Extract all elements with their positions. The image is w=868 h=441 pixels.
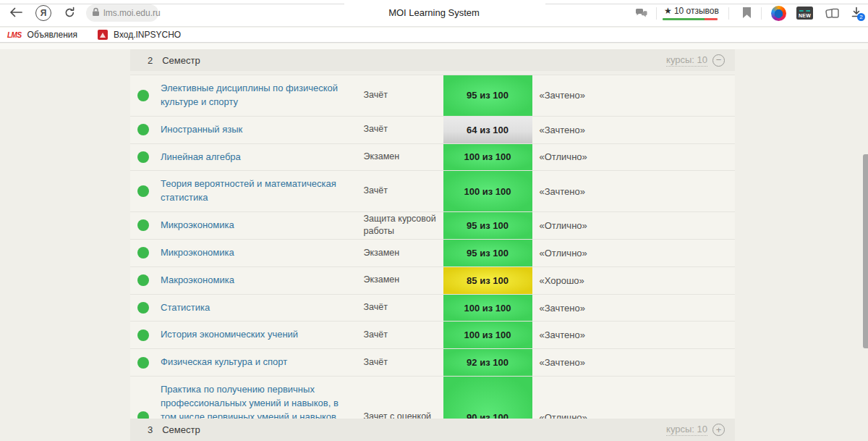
course-link[interactable]: Статистика	[161, 301, 210, 315]
score-text: 100 из 100	[464, 186, 511, 197]
rating-bar	[663, 18, 718, 20]
chat-feedback-icon[interactable]	[635, 8, 648, 22]
page-top-strip	[0, 43, 868, 49]
new-badge-icon[interactable]: NEW	[796, 7, 813, 20]
semester-label: Семестр	[162, 55, 200, 66]
inpsycho-favicon	[98, 30, 108, 40]
semester-footer-bar: 3 Семестр курсы: 10 +	[130, 419, 735, 441]
bookmark-item-inpsycho[interactable]: Вход.INPSYCHO	[98, 30, 181, 40]
site-reviews-widget[interactable]: ★10 отзывов	[663, 6, 720, 20]
bookmarks-bar: LMS Объявления Вход.INPSYCHO	[0, 28, 868, 43]
back-button[interactable]	[9, 7, 23, 20]
status-dot-icon	[137, 302, 149, 314]
toolbar-separator	[761, 7, 762, 20]
download-count-badge: 2	[857, 13, 865, 21]
table-row: МакроэкономикаЭкзамен85 из 100«Хорошо»	[130, 267, 735, 295]
assessment-type: Защита курсовой работы	[364, 212, 443, 239]
grade-text: «Отлично»	[532, 212, 736, 239]
status-cell	[130, 322, 161, 348]
browser-toolbar: Я lms.moi.edu.ru MOI Learning System ★10…	[0, 0, 868, 27]
bookmark-flag-icon[interactable]	[743, 7, 751, 18]
course-link[interactable]: Иностранный язык	[161, 123, 242, 137]
expand-icon[interactable]: +	[712, 424, 725, 436]
course-link[interactable]: Физическая культура и спорт	[161, 356, 287, 369]
status-cell	[130, 240, 161, 266]
course-link[interactable]: Микроэкономика	[161, 246, 234, 260]
score-text: 95 из 100	[467, 220, 509, 231]
score-badge: 92 из 100	[443, 349, 532, 376]
assessment-type: Зачёт	[364, 75, 443, 116]
new-badge-dashes	[799, 10, 810, 12]
status-cell	[130, 212, 161, 239]
score-badge: 100 из 100	[443, 322, 532, 348]
course-name-cell: Физическая культура и спорт	[161, 349, 364, 376]
tab-strip-line	[0, 4, 344, 4]
course-name-cell: Линейная алгебра	[161, 144, 364, 171]
score-badge: 85 из 100	[443, 267, 532, 294]
url-text: lms.moi.edu.ru	[103, 8, 161, 18]
course-link[interactable]: Макроэкономика	[161, 274, 234, 287]
grade-text: «Отлично»	[532, 240, 736, 266]
grade-text: «Хорошо»	[532, 267, 736, 294]
status-cell	[130, 295, 161, 322]
bookmark-item-lms[interactable]: LMS Объявления	[7, 30, 77, 40]
status-dot-icon	[137, 274, 149, 286]
table-row: Линейная алгебраЭкзамен100 из 100«Отличн…	[130, 144, 735, 172]
score-text: 100 из 100	[464, 303, 511, 314]
score-text: 95 из 100	[467, 90, 509, 101]
course-link[interactable]: Линейная алгебра	[161, 151, 241, 164]
score-text: 100 из 100	[464, 151, 511, 162]
score-text: 95 из 100	[467, 248, 509, 259]
assessment-type: Экзамен	[364, 267, 443, 294]
status-dot-icon	[137, 185, 149, 197]
scrollbar-thumb[interactable]	[863, 154, 868, 348]
status-dot-icon	[137, 219, 149, 231]
table-row: МикроэкономикаЗащита курсовой работы95 и…	[130, 212, 735, 240]
score-badge: 64 из 100	[443, 117, 532, 143]
course-link[interactable]: Теория вероятностей и математическая ста…	[161, 177, 357, 205]
browser-window: Я lms.moi.edu.ru MOI Learning System ★10…	[0, 0, 868, 441]
tab-strip-line	[545, 4, 868, 4]
course-name-cell: Теория вероятностей и математическая ста…	[161, 171, 364, 211]
assessment-type: Экзамен	[364, 144, 443, 171]
semester-header-bar: 2 Семестр курсы: 10 −	[130, 49, 735, 71]
table-row: Теория вероятностей и математическая ста…	[130, 171, 735, 212]
downloads-button[interactable]: 2	[851, 7, 862, 21]
toolbar-separator	[656, 7, 657, 20]
refresh-button[interactable]	[64, 7, 76, 21]
semester-number: 2	[148, 55, 153, 66]
score-text: 100 из 100	[464, 329, 511, 340]
courses-count-text: курсы: 10	[666, 54, 707, 67]
star-icon: ★	[664, 6, 672, 16]
course-rows: Элективные дисциплины по физической куль…	[130, 75, 735, 441]
assessment-type: Экзамен	[364, 240, 443, 266]
grade-text: «Зачтено»	[532, 349, 736, 376]
course-name-cell: Статистика	[161, 295, 364, 322]
courses-toggle[interactable]: курсы: 10 +	[666, 424, 725, 436]
collapse-icon[interactable]: −	[712, 54, 725, 67]
extension-browser-icon[interactable]	[771, 6, 786, 21]
lock-icon	[92, 7, 100, 20]
status-cell	[130, 117, 161, 143]
courses-toggle[interactable]: курсы: 10 −	[666, 54, 725, 67]
grade-text: «Зачтено»	[532, 295, 736, 322]
table-row: Физическая культура и спортЗачёт92 из 10…	[130, 349, 735, 377]
status-dot-icon	[137, 90, 149, 101]
score-badge: 100 из 100	[443, 171, 532, 211]
grade-text: «Отлично»	[532, 144, 736, 171]
score-text: 92 из 100	[467, 357, 509, 368]
score-badge: 95 из 100	[443, 75, 532, 116]
status-dot-icon	[137, 124, 149, 135]
rating-bar-red	[705, 18, 718, 20]
bookmark-label: Объявления	[27, 30, 77, 40]
address-bar[interactable]: lms.moi.edu.ru	[86, 4, 158, 22]
table-row: Иностранный языкЗачёт64 из 100«Зачтено»	[130, 117, 735, 144]
yandex-logo-icon[interactable]: Я	[35, 5, 51, 21]
course-link[interactable]: Элективные дисциплины по физической куль…	[161, 82, 357, 109]
course-name-cell: Элективные дисциплины по физической куль…	[161, 75, 364, 116]
course-link[interactable]: Микроэкономика	[161, 219, 234, 232]
table-row: История экономических ученийЗачёт100 из …	[130, 322, 735, 349]
collections-icon[interactable]	[825, 7, 840, 22]
course-link[interactable]: История экономических учений	[161, 328, 298, 342]
score-text: 64 из 100	[467, 125, 509, 135]
